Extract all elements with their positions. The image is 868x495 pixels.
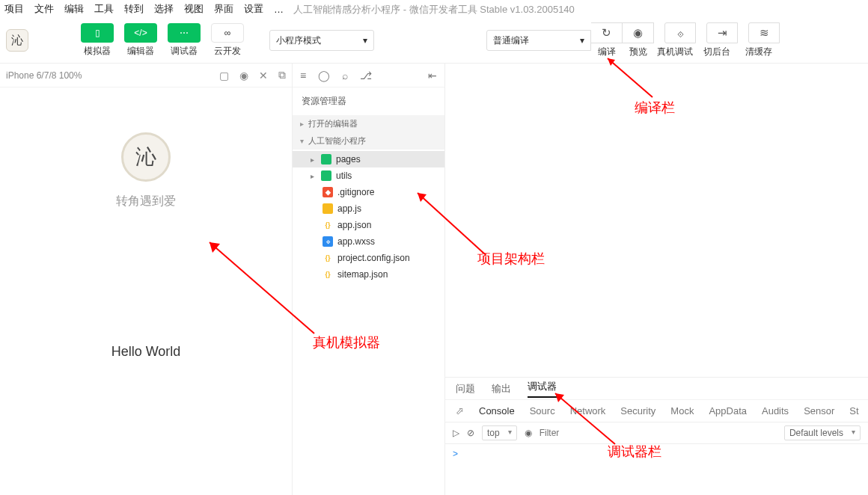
eye-icon: ◉	[623, 22, 654, 43]
play-icon[interactable]: ▷	[453, 428, 459, 438]
collapse-icon[interactable]: ⇤	[428, 70, 437, 82]
dbg-tab-sources[interactable]: Sourc	[530, 405, 555, 416]
clear-icon[interactable]: ⊘	[467, 428, 474, 438]
dbg-tab-more[interactable]: St	[849, 405, 858, 416]
dbg-tab-appdata[interactable]: AppData	[709, 405, 747, 416]
node-label: app.json	[337, 220, 371, 230]
debugger-button[interactable]: ⋯ 调试器	[168, 23, 201, 58]
file-appjs[interactable]: app.js	[293, 200, 444, 217]
json-icon: {}	[323, 220, 333, 230]
simulator-pane: iPhone 6/7/8 100% ▢ ◉ ✕ ⧉ 沁 转角遇到爱 Hello …	[0, 63, 292, 495]
branch-icon[interactable]: ⎇	[360, 70, 372, 82]
open-editors-section[interactable]: 打开的编辑器	[293, 115, 444, 132]
node-label: project.config.json	[337, 253, 410, 263]
clear-cache-button[interactable]: ≋ 清缓存	[738, 22, 780, 58]
git-icon: ◆	[323, 187, 333, 197]
hello-text: Hello World	[111, 344, 181, 360]
context-selector[interactable]: top	[482, 425, 517, 440]
folder-utils[interactable]: ▸utils	[293, 167, 444, 184]
eye-icon[interactable]: ◉	[525, 428, 532, 438]
simulator-label: 模拟器	[84, 45, 111, 58]
project-section[interactable]: 人工智能小程序	[293, 132, 444, 150]
phone-icon: ▯	[81, 23, 114, 43]
real-btn-label: 真机调试	[657, 46, 693, 58]
mode-dropdown[interactable]: 小程序模式 ▾	[269, 30, 374, 51]
editor-pane: 问题 输出 调试器 ⬀ Console Sourc Network Securi…	[445, 63, 868, 495]
background-button[interactable]: ⇥ 切后台	[696, 22, 738, 58]
popout-icon[interactable]: ⧉	[278, 69, 286, 82]
chevron-down-icon: ▾	[580, 35, 584, 46]
dbg-tab-network[interactable]: Network	[570, 405, 606, 416]
simulator-button[interactable]: ▯ 模拟器	[81, 23, 114, 58]
cloud-icon: ∞	[211, 23, 244, 43]
tab-output[interactable]: 输出	[492, 382, 511, 396]
device-selector[interactable]: iPhone 6/7/8 100%	[6, 70, 82, 81]
node-label: .gitignore	[337, 187, 374, 197]
background-icon: ⇥	[706, 22, 738, 43]
chevron-down-icon: ▾	[363, 35, 367, 46]
file-appwxss[interactable]: ⟐app.wxss	[293, 233, 444, 250]
avatar-icon: 沁	[121, 132, 171, 182]
mute-icon[interactable]: ✕	[259, 70, 268, 82]
explorer-pane: ≡ ◯ ⌕ ⎇ ⇤ 资源管理器 打开的编辑器 人工智能小程序 ▸pages ▸u…	[292, 63, 445, 495]
file-appjson[interactable]: {}app.json	[293, 217, 444, 233]
dbg-tab-audits[interactable]: Audits	[762, 405, 789, 416]
record-icon[interactable]: ◉	[239, 70, 248, 82]
cloud-button[interactable]: ∞ 云开发	[211, 23, 244, 58]
target-icon[interactable]: ◯	[318, 70, 330, 82]
cloud-label: 云开发	[214, 45, 241, 58]
realdevice-icon: ⟐	[664, 22, 696, 43]
file-projectconfig[interactable]: {}project.config.json	[293, 250, 444, 266]
node-label: pages	[336, 154, 361, 165]
js-icon	[323, 203, 333, 214]
editor-button[interactable]: </> 编辑器	[124, 23, 157, 58]
debugger-tabstrip: ⬀ Console Sourc Network Security Mock Ap…	[445, 399, 868, 422]
dbg-tab-console[interactable]: Console	[479, 405, 515, 416]
bg-btn-label: 切后台	[703, 46, 730, 58]
node-label: app.js	[337, 203, 361, 214]
file-sitemap[interactable]: {}sitemap.json	[293, 266, 444, 283]
tab-problems[interactable]: 问题	[456, 382, 475, 396]
dbg-tab-mock[interactable]: Mock	[670, 405, 694, 416]
project-logo-icon: 沁	[6, 29, 28, 52]
list-icon[interactable]: ≡	[300, 70, 306, 82]
folder-icon	[321, 170, 331, 181]
compile-mode-label: 普通编译	[493, 34, 529, 47]
inspect-icon[interactable]: ⬀	[456, 405, 464, 416]
compile-mode-dropdown[interactable]: 普通编译 ▾	[486, 30, 591, 51]
node-label: app.wxss	[337, 236, 375, 247]
levels-selector[interactable]: Default levels	[784, 425, 861, 440]
console-filterbar: ▷ ⊘ top ◉ Default levels	[445, 422, 868, 444]
file-gitignore[interactable]: ◆.gitignore	[293, 184, 444, 200]
preview-button[interactable]: ◉ 预览	[623, 22, 654, 58]
bug-icon: ⋯	[168, 23, 201, 43]
editor-label: 编辑器	[127, 45, 154, 58]
console-body[interactable]: >	[445, 444, 868, 495]
debugger-label: 调试器	[171, 45, 198, 58]
preview-btn-label: 预览	[629, 46, 647, 58]
device-icon[interactable]: ▢	[219, 70, 229, 82]
filter-input[interactable]	[540, 428, 777, 438]
dbg-tab-security[interactable]: Security	[620, 405, 655, 416]
explorer-title: 资源管理器	[293, 87, 444, 115]
real-device-button[interactable]: ⟐ 真机调试	[654, 22, 696, 58]
folder-pages[interactable]: ▸pages	[293, 151, 444, 167]
node-label: utils	[336, 170, 352, 181]
refresh-icon: ↻	[591, 22, 623, 43]
bottom-tabstrip: 问题 输出 调试器	[445, 377, 868, 399]
window-title: 人工智能情感分析小程序 - 微信开发者工具 Stable v1.03.20051…	[0, 3, 868, 16]
file-tree: ▸pages ▸utils ◆.gitignore app.js {}app.j…	[293, 150, 444, 284]
dbg-tab-sensor[interactable]: Sensor	[804, 405, 834, 416]
code-icon: </>	[124, 23, 157, 43]
search-icon[interactable]: ⌕	[342, 70, 348, 82]
folder-icon	[321, 154, 331, 165]
layers-icon: ≋	[748, 22, 780, 43]
node-label: sitemap.json	[337, 269, 388, 280]
nickname-text: 转角遇到爱	[116, 194, 176, 209]
compile-button[interactable]: ↻ 编译	[591, 22, 623, 58]
compile-btn-label: 编译	[598, 46, 616, 58]
toolbar: 沁 ▯ 模拟器 </> 编辑器 ⋯ 调试器 ∞ 云开发 小程序模式 ▾ 普通编译…	[0, 18, 868, 63]
wxss-icon: ⟐	[323, 236, 333, 247]
tab-debugger[interactable]: 调试器	[528, 380, 557, 398]
mode-label: 小程序模式	[276, 34, 321, 47]
